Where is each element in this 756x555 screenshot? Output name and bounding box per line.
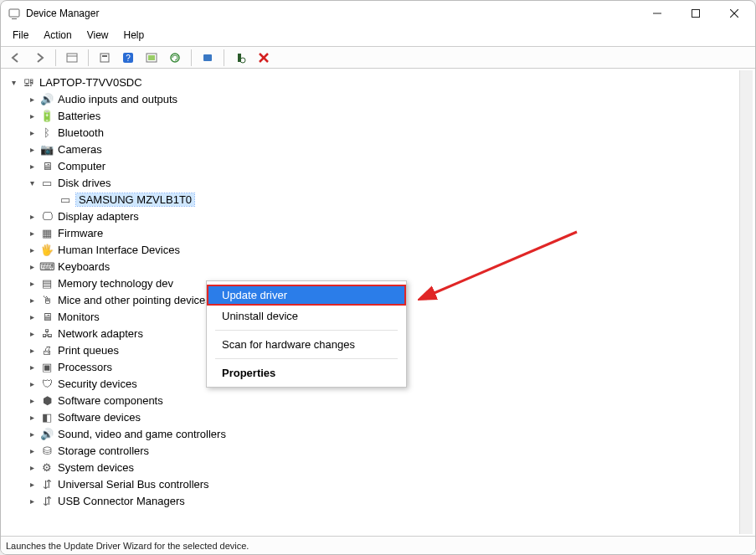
tree-node[interactable]: ▸🔊Sound, video and game controllers bbox=[26, 425, 738, 442]
context-menu-item[interactable]: Properties bbox=[207, 362, 406, 383]
svg-text:?: ? bbox=[126, 54, 131, 63]
tree-node[interactable]: ▸🖥Computer bbox=[26, 157, 738, 174]
speaker-icon: 🔊 bbox=[39, 92, 54, 105]
tree-node-label: Audio inputs and outputs bbox=[58, 93, 177, 105]
menu-action[interactable]: Action bbox=[37, 28, 78, 43]
expand-toggle[interactable]: ▸ bbox=[26, 311, 38, 322]
component-icon: ⬢ bbox=[39, 393, 54, 407]
expand-toggle[interactable]: ▾ bbox=[8, 76, 19, 88]
tree-node-label: Sound, video and game controllers bbox=[58, 428, 226, 440]
tree-node-label: Disk drives bbox=[58, 177, 111, 189]
tree-node[interactable]: ▸🔋Batteries bbox=[26, 107, 738, 124]
tree-node-label: Storage controllers bbox=[58, 445, 149, 457]
tree-node-label: Mice and other pointing devices bbox=[58, 294, 211, 306]
tree-node-label: LAPTOP-T7VV0SDC bbox=[39, 76, 142, 89]
expand-toggle[interactable]: ▸ bbox=[26, 93, 38, 105]
delete-x-icon[interactable] bbox=[254, 49, 274, 67]
status-bar: Launches the Update Driver Wizard for th… bbox=[1, 536, 755, 554]
expand-toggle[interactable]: ▸ bbox=[26, 361, 38, 373]
tree-node[interactable]: ▸🖵Display adapters bbox=[26, 208, 738, 224]
toolbar-separator bbox=[88, 49, 89, 66]
tree-node[interactable]: ▸⬢Software components bbox=[26, 392, 738, 409]
tree-node-label: Print queues bbox=[58, 344, 119, 357]
toolbar-separator bbox=[191, 49, 192, 66]
system-icon: ⚙ bbox=[39, 460, 54, 474]
tree-node[interactable]: ▸ᛒBluetooth bbox=[26, 124, 738, 141]
tree-node[interactable]: ▸🖐Human Interface Devices bbox=[26, 241, 738, 258]
expand-toggle[interactable]: ▸ bbox=[26, 478, 38, 490]
tree-node-label: Monitors bbox=[58, 311, 100, 323]
context-menu-item[interactable]: Uninstall device bbox=[207, 306, 406, 326]
tree-node[interactable]: ▸▦Firmware bbox=[26, 224, 738, 241]
tree-node[interactable]: ▸⇵Universal Serial Bus controllers bbox=[26, 475, 738, 492]
svg-rect-13 bbox=[148, 55, 155, 60]
expand-toggle[interactable]: ▸ bbox=[26, 260, 38, 272]
tree-node-label: Display adapters bbox=[58, 210, 139, 223]
monitor-icon: 🖥 bbox=[39, 159, 54, 172]
tree-node[interactable]: ▸🔊Audio inputs and outputs bbox=[26, 90, 738, 107]
expand-toggle[interactable]: ▾ bbox=[26, 177, 38, 188]
expand-toggle[interactable]: ▸ bbox=[26, 461, 38, 473]
expand-toggle[interactable]: ▸ bbox=[26, 428, 38, 439]
disable-icon[interactable] bbox=[198, 49, 218, 67]
forward-icon[interactable] bbox=[29, 49, 49, 67]
cpu-icon: ▣ bbox=[39, 360, 54, 373]
expand-toggle[interactable]: ▸ bbox=[26, 160, 38, 172]
context-menu-item[interactable]: Update driver bbox=[207, 285, 406, 306]
update-driver-icon[interactable] bbox=[141, 49, 162, 67]
expand-toggle[interactable]: ▸ bbox=[26, 294, 38, 306]
expand-toggle[interactable]: ▸ bbox=[26, 277, 38, 289]
tree-node[interactable]: ▸⚙System devices bbox=[26, 459, 738, 475]
expand-toggle[interactable]: ▸ bbox=[26, 227, 38, 239]
status-text: Launches the Update Driver Wizard for th… bbox=[6, 541, 249, 551]
svg-rect-6 bbox=[67, 54, 77, 62]
context-menu-item[interactable]: Scan for hardware changes bbox=[207, 334, 406, 355]
uninstall-icon[interactable] bbox=[165, 49, 185, 67]
properties-icon[interactable] bbox=[95, 49, 115, 67]
monitor-icon: 🖥 bbox=[39, 310, 54, 323]
menu-view[interactable]: View bbox=[80, 28, 116, 43]
expand-toggle[interactable]: ▸ bbox=[26, 344, 38, 356]
svg-rect-15 bbox=[203, 54, 212, 61]
expand-toggle[interactable]: ▸ bbox=[26, 244, 38, 255]
show-hidden-icon[interactable] bbox=[62, 49, 82, 67]
help-icon[interactable]: ? bbox=[118, 49, 138, 67]
expand-toggle[interactable]: ▸ bbox=[26, 495, 38, 506]
expand-toggle[interactable]: ▸ bbox=[26, 445, 38, 456]
tree-node-label: Human Interface Devices bbox=[58, 244, 180, 256]
tree-node[interactable]: ▸📷Cameras bbox=[26, 141, 738, 157]
expand-toggle[interactable]: ▸ bbox=[26, 394, 38, 406]
expand-toggle[interactable]: ▸ bbox=[26, 110, 38, 121]
back-icon[interactable] bbox=[6, 49, 26, 67]
scan-hardware-icon[interactable] bbox=[230, 49, 250, 67]
expand-toggle[interactable]: ▸ bbox=[26, 126, 38, 138]
expand-toggle[interactable]: ▸ bbox=[26, 411, 38, 423]
menu-help[interactable]: Help bbox=[117, 28, 152, 43]
tree-root[interactable]: ▾🖳LAPTOP-T7VV0SDC bbox=[8, 74, 738, 90]
tree-node-label: Processors bbox=[58, 361, 112, 373]
vertical-scrollbar[interactable] bbox=[739, 70, 753, 534]
tree-node[interactable]: ▸⛁Storage controllers bbox=[26, 442, 738, 459]
camera-icon: 📷 bbox=[39, 142, 54, 156]
expand-toggle[interactable]: ▸ bbox=[26, 143, 38, 155]
maximize-button[interactable] bbox=[676, 1, 715, 26]
display-icon: 🖵 bbox=[39, 209, 54, 223]
tree-node[interactable]: ▾▭Disk drives bbox=[26, 174, 738, 191]
tree-node-label: Batteries bbox=[58, 110, 100, 122]
tree-node[interactable]: ▸⌨Keyboards bbox=[26, 258, 738, 275]
tree-node-label: Network adapters bbox=[58, 327, 143, 340]
tree-node[interactable]: ▸⇵USB Connector Managers bbox=[26, 492, 738, 509]
context-menu-separator bbox=[215, 358, 398, 359]
minimize-button[interactable] bbox=[638, 1, 676, 26]
chip-icon: ▦ bbox=[39, 226, 54, 239]
close-button[interactable] bbox=[715, 1, 753, 26]
tree-node[interactable]: ▭SAMSUNG MZVLB1T0 bbox=[44, 191, 738, 208]
disk-icon: ▭ bbox=[39, 176, 54, 189]
tree-node-label: Firmware bbox=[58, 227, 103, 239]
tree-node[interactable]: ▸◧Software devices bbox=[26, 409, 738, 425]
expand-toggle[interactable]: ▸ bbox=[26, 378, 38, 389]
expand-toggle[interactable]: ▸ bbox=[26, 210, 38, 222]
expand-toggle[interactable]: ▸ bbox=[26, 327, 38, 339]
svg-rect-3 bbox=[692, 9, 700, 17]
menu-file[interactable]: File bbox=[6, 28, 35, 43]
